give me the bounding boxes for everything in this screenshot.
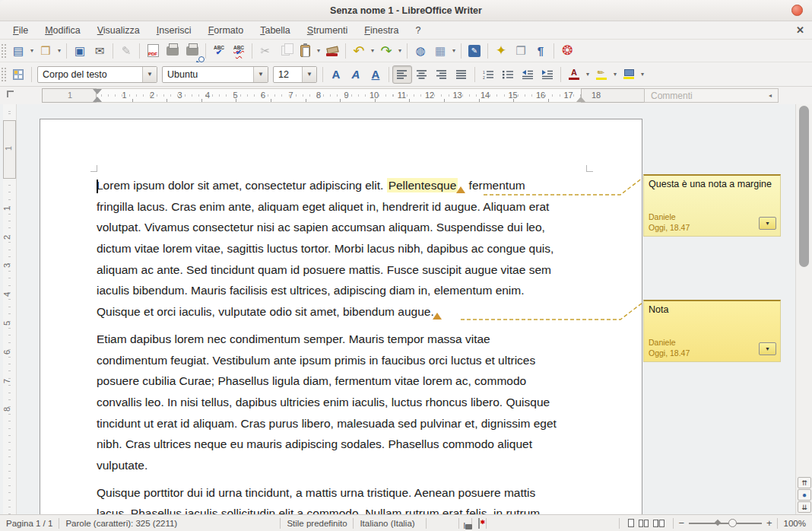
toolbar-grip[interactable]	[2, 68, 6, 81]
close-document-icon[interactable]: ✕	[796, 24, 804, 36]
bullet-list-icon[interactable]	[498, 65, 518, 84]
margin-comment-1[interactable]: Questa è una nota a margine Daniele Oggi…	[643, 174, 781, 237]
chevron-down-icon[interactable]: ▼	[253, 67, 268, 82]
horizontal-ruler[interactable]: 1 123456789101112131415161718	[42, 88, 644, 103]
zoom-in-button[interactable]: +	[766, 517, 772, 529]
email-icon[interactable]: ✉	[90, 42, 109, 60]
next-page-button[interactable]: ⇊	[798, 501, 811, 513]
background-color-dropdown[interactable]: ▾	[639, 65, 646, 84]
background-color-icon[interactable]	[619, 65, 639, 84]
chevron-down-icon[interactable]: ▼	[142, 67, 157, 82]
comment-anchor-icon[interactable]	[456, 186, 465, 193]
font-color-icon[interactable]: A	[564, 65, 584, 84]
open-icon[interactable]: ❒	[36, 42, 56, 60]
auto-spellcheck-icon[interactable]: ABC✔	[229, 42, 249, 60]
first-line-indent-marker[interactable]	[93, 89, 102, 94]
page-style-status[interactable]: Stile predefinito	[281, 519, 353, 528]
menu-inserisci[interactable]: Inserisci	[148, 23, 200, 38]
paragraph-style-combo[interactable]: Corpo del testo ▼	[37, 66, 157, 83]
highlighting-icon[interactable]: ✎	[592, 65, 611, 84]
vertical-scrollbar[interactable]: ⇈ ● ⇊	[795, 104, 812, 514]
print-preview-icon[interactable]	[182, 42, 202, 60]
decrease-indent-icon[interactable]	[518, 65, 538, 84]
menu-modifica[interactable]: Modifica	[36, 23, 89, 38]
italic-icon[interactable]: A	[346, 65, 366, 84]
multi-page-view-button[interactable]	[639, 520, 649, 527]
redo-dropdown[interactable]: ▾	[396, 42, 404, 60]
font-name-combo[interactable]: Ubuntu ▼	[162, 66, 268, 83]
undo-icon[interactable]: ↶	[349, 42, 369, 60]
zoom-slider[interactable]	[689, 523, 762, 524]
comments-header-button[interactable]: Commenti ◂	[644, 88, 779, 103]
align-left-icon[interactable]	[392, 65, 412, 84]
print-icon[interactable]	[163, 42, 182, 60]
export-pdf-icon[interactable]: PDF	[143, 42, 163, 60]
formatting-marks-icon[interactable]: ¶	[531, 42, 550, 60]
tab-type-selector-icon[interactable]	[7, 91, 14, 97]
clone-formatting-icon[interactable]	[322, 42, 342, 60]
menu-help[interactable]: ?	[407, 23, 429, 38]
paragraph-style-icon[interactable]	[8, 65, 28, 84]
menu-file[interactable]: File	[5, 23, 36, 38]
previous-page-button[interactable]: ⇈	[798, 477, 811, 488]
cut-icon[interactable]: ✂	[255, 42, 275, 60]
zoom-slider-handle[interactable]	[728, 519, 737, 527]
left-indent-marker[interactable]	[93, 97, 102, 102]
comment-text[interactable]: Nota	[649, 304, 776, 315]
scrollbar-thumb[interactable]	[799, 106, 809, 267]
table-icon[interactable]: ▦	[430, 42, 450, 60]
bold-icon[interactable]: A	[326, 65, 346, 84]
navigator-icon[interactable]: ✦	[491, 42, 511, 60]
comment-menu-button[interactable]: ▼	[759, 217, 776, 230]
book-view-button[interactable]	[653, 520, 665, 527]
table-dropdown[interactable]: ▾	[450, 42, 458, 60]
undo-dropdown[interactable]: ▾	[369, 42, 376, 60]
draw-functions-icon[interactable]: ✎	[465, 42, 484, 60]
edit-mode-icon[interactable]: ✎	[116, 42, 136, 60]
numbered-list-icon[interactable]: 12	[478, 65, 498, 84]
document-page[interactable]: Lorem ipsum dolor sit amet, consectetur …	[40, 119, 642, 514]
paste-dropdown[interactable]: ▾	[315, 42, 322, 60]
zoom-percentage[interactable]: 100%	[778, 519, 812, 528]
comment-highlighted-word[interactable]: Pellentesque	[387, 178, 458, 192]
justify-icon[interactable]	[452, 65, 471, 84]
gallery-icon[interactable]: ❐	[511, 42, 531, 60]
font-color-dropdown[interactable]: ▾	[584, 65, 592, 84]
vertical-ruler[interactable]: 1 12345678	[3, 104, 17, 514]
comment-text[interactable]: Questa è una nota a margine	[649, 179, 776, 189]
underline-icon[interactable]: A	[366, 65, 385, 84]
zoom-out-button[interactable]: −	[678, 517, 684, 529]
menu-formato[interactable]: Formato	[200, 23, 252, 38]
spellcheck-icon[interactable]: ABC✔	[209, 42, 229, 60]
chevron-down-icon[interactable]: ▼	[302, 67, 316, 82]
copy-icon[interactable]	[275, 42, 295, 60]
redo-icon[interactable]: ↷	[376, 42, 396, 60]
paste-icon[interactable]	[295, 42, 315, 60]
navigation-button[interactable]: ●	[798, 489, 811, 501]
new-document-icon[interactable]: ▤	[8, 42, 28, 60]
margin-comment-2[interactable]: Nota Daniele Oggi, 18.47 ▼	[643, 300, 781, 362]
new-document-dropdown[interactable]: ▾	[28, 42, 36, 60]
menu-visualizza[interactable]: Visualizza	[89, 23, 148, 38]
document-modified-status[interactable]	[472, 519, 486, 528]
right-indent-marker[interactable]	[576, 97, 585, 102]
menu-finestra[interactable]: Finestra	[356, 23, 407, 38]
word-count-status[interactable]: Parole (caratteri): 325 (2211)	[59, 519, 280, 528]
open-dropdown[interactable]: ▾	[56, 42, 63, 60]
align-right-icon[interactable]	[432, 65, 452, 84]
save-icon[interactable]: ▣	[70, 42, 90, 60]
hyperlink-icon[interactable]: ◍	[411, 42, 430, 60]
single-page-view-button[interactable]	[628, 519, 634, 527]
help-icon[interactable]: ❂	[557, 42, 577, 60]
highlighting-dropdown[interactable]: ▾	[611, 65, 619, 84]
align-center-icon[interactable]	[412, 65, 432, 84]
menu-strumenti[interactable]: Strumenti	[299, 23, 357, 38]
font-size-combo[interactable]: 12 ▼	[273, 66, 317, 83]
language-status[interactable]: Italiano (Italia)	[354, 519, 426, 528]
comment-anchor-icon[interactable]	[433, 313, 442, 320]
toolbar-grip[interactable]	[2, 44, 6, 58]
increase-indent-icon[interactable]	[538, 65, 557, 84]
menu-tabella[interactable]: Tabella	[252, 23, 299, 38]
page-number-status[interactable]: Pagina 1 / 1	[0, 519, 59, 528]
comment-menu-button[interactable]: ▼	[759, 342, 776, 355]
